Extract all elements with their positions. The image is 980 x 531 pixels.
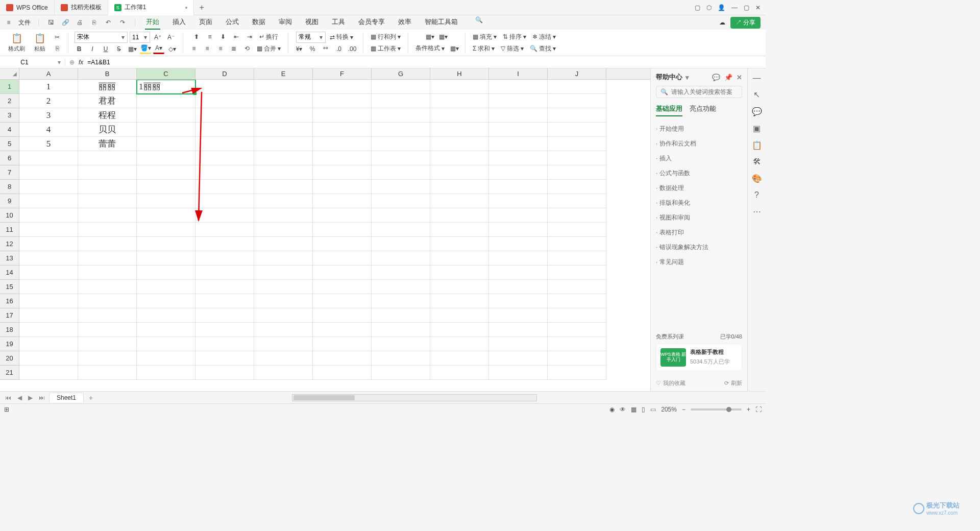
cell-F18[interactable] (313, 323, 372, 337)
row-header-10[interactable]: 10 (0, 208, 19, 223)
cell-G8[interactable] (372, 180, 430, 194)
cell-E11[interactable] (254, 223, 313, 237)
cell-A14[interactable] (19, 266, 78, 280)
row-header-20[interactable]: 20 (0, 351, 19, 366)
cell-G3[interactable] (372, 108, 430, 123)
cell-E8[interactable] (254, 180, 313, 194)
col-header-J[interactable]: J (548, 68, 606, 79)
cell-J1[interactable] (548, 80, 606, 94)
cell-J6[interactable] (548, 151, 606, 165)
row-header-14[interactable]: 14 (0, 266, 19, 280)
cell-B6[interactable] (78, 151, 137, 165)
cell-I3[interactable] (489, 108, 548, 123)
cell-B5[interactable]: 蕾蕾 (78, 137, 137, 151)
cell-E19[interactable] (254, 337, 313, 351)
row-header-15[interactable]: 15 (0, 280, 19, 294)
cell-D19[interactable] (195, 337, 254, 351)
cell-J15[interactable] (548, 280, 606, 294)
cell-C4[interactable] (137, 123, 195, 137)
cell-I18[interactable] (489, 323, 548, 337)
menu-efficiency[interactable]: 效率 (397, 15, 412, 30)
cell-H15[interactable] (430, 280, 489, 294)
cell-E20[interactable] (254, 351, 313, 366)
cell-E6[interactable] (254, 151, 313, 165)
number-format-select[interactable]: ▾ (296, 32, 326, 43)
col-header-H[interactable]: H (430, 68, 489, 79)
cell-E15[interactable] (254, 280, 313, 294)
cell-B10[interactable] (78, 208, 137, 223)
cell-F13[interactable] (313, 251, 372, 266)
col-header-C[interactable]: C (137, 68, 195, 79)
cell-B1[interactable]: 丽丽 (78, 80, 137, 94)
cell-C12[interactable] (137, 237, 195, 251)
cell-D7[interactable] (195, 165, 254, 180)
cell-E17[interactable] (254, 308, 313, 323)
row-header-16[interactable]: 16 (0, 294, 19, 308)
cell-G21[interactable] (372, 366, 430, 380)
help-icon[interactable]: ? (754, 190, 759, 200)
cursor-icon[interactable]: ↖ (753, 90, 760, 100)
cell-I11[interactable] (489, 223, 548, 237)
help-search-input[interactable] (671, 88, 748, 95)
cell-I13[interactable] (489, 251, 548, 266)
cell-H1[interactable] (430, 80, 489, 94)
underline-icon[interactable]: U (100, 44, 111, 54)
border-icon[interactable]: ▦▾ (127, 44, 138, 54)
row-header-12[interactable]: 12 (0, 237, 19, 251)
cell-B11[interactable] (78, 223, 137, 237)
cell-A21[interactable] (19, 366, 78, 380)
cell-D6[interactable] (195, 151, 254, 165)
cell-B19[interactable] (78, 337, 137, 351)
page-view-icon[interactable]: ▯ (642, 406, 645, 413)
find-button[interactable]: 🔍查找▾ (528, 43, 558, 54)
cell-E2[interactable] (254, 94, 313, 108)
sheet-nav-first[interactable]: ⏮ (3, 394, 13, 401)
cell-G2[interactable] (372, 94, 430, 108)
cell-C16[interactable] (137, 294, 195, 308)
cell-H14[interactable] (430, 266, 489, 280)
menu-review[interactable]: 审阅 (278, 15, 293, 30)
cell-J13[interactable] (548, 251, 606, 266)
rowcol-button[interactable]: ▦行和列▾ (369, 32, 403, 42)
filter-button[interactable]: ▽筛选▾ (499, 43, 526, 54)
cell-C6[interactable] (137, 151, 195, 165)
fx-icon[interactable]: fx (79, 59, 83, 66)
cell-A2[interactable]: 2 (19, 94, 78, 108)
cell-H2[interactable] (430, 94, 489, 108)
col-header-D[interactable]: D (195, 68, 254, 79)
record-icon[interactable]: ◉ (609, 406, 615, 413)
cell-B16[interactable] (78, 294, 137, 308)
help-item-9[interactable]: · 常见问题 (656, 258, 742, 267)
cell-A12[interactable] (19, 237, 78, 251)
reader-view-icon[interactable]: ▭ (650, 406, 656, 413)
cell-D1[interactable] (195, 80, 254, 94)
cell-B3[interactable]: 程程 (78, 108, 137, 123)
zoom-in-button[interactable]: + (747, 406, 750, 413)
menu-icon[interactable]: ≡ (4, 18, 13, 27)
avatar-icon[interactable]: 👤 (718, 4, 725, 11)
cell-G12[interactable] (372, 237, 430, 251)
help-tab-basic[interactable]: 基础应用 (656, 104, 682, 116)
cell-I4[interactable] (489, 123, 548, 137)
cell-F9[interactable] (313, 194, 372, 208)
chevron-down-icon[interactable]: ▾ (58, 59, 61, 66)
cell-G4[interactable] (372, 123, 430, 137)
view-icon[interactable]: 👁 (620, 406, 626, 413)
menu-view[interactable]: 视图 (304, 15, 320, 30)
cell-J5[interactable] (548, 137, 606, 151)
cell-style-icon[interactable]: ▦▾ (449, 43, 460, 54)
cell-G6[interactable] (372, 151, 430, 165)
chat-icon[interactable]: 💬 (752, 107, 762, 116)
sheet-nav-last[interactable]: ⏭ (37, 394, 47, 401)
cell-D14[interactable] (195, 266, 254, 280)
link-icon[interactable]: 🔗 (61, 18, 70, 27)
cell-J19[interactable] (548, 337, 606, 351)
cell-G19[interactable] (372, 337, 430, 351)
cell-E10[interactable] (254, 208, 313, 223)
cond-format-button[interactable]: 条件格式▾ (413, 43, 447, 54)
cell-C7[interactable] (137, 165, 195, 180)
cell-E1[interactable] (254, 80, 313, 94)
comma-icon[interactable]: ᵒᵒ (320, 44, 331, 54)
menu-formula[interactable]: 公式 (225, 15, 240, 30)
cell-G11[interactable] (372, 223, 430, 237)
